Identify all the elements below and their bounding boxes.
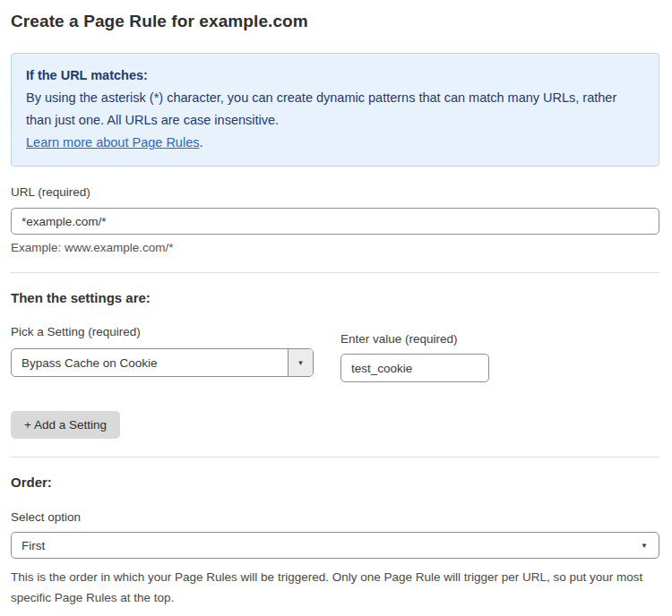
link-suffix: . <box>199 135 202 150</box>
order-heading: Order: <box>11 475 659 490</box>
page-rule-form: Create a Page Rule for example.com If th… <box>0 0 672 616</box>
setting-value-input[interactable] <box>340 354 489 382</box>
setting-value-label: Enter value (required) <box>340 332 489 346</box>
order-select[interactable]: First ▼ <box>11 532 659 559</box>
settings-section: Then the settings are: Pick a Setting (r… <box>11 290 659 439</box>
divider <box>11 272 659 273</box>
info-box-heading: If the URL matches: <box>26 64 644 87</box>
url-field-group: URL (required) Example: www.example.com/… <box>11 185 659 254</box>
setting-dropdown[interactable]: Bypass Cache on Cookie ▼ <box>11 348 314 377</box>
page-title: Create a Page Rule for example.com <box>11 12 659 31</box>
order-select-label: Select option <box>11 510 659 524</box>
setting-dropdown-button[interactable]: ▼ <box>288 349 313 376</box>
order-section: Order: Select option First ▼ This is the… <box>11 475 659 608</box>
info-box-link-line: Learn more about Page Rules. <box>26 132 644 154</box>
settings-row: Pick a Setting (required) Bypass Cache o… <box>11 325 659 382</box>
setting-picker-group: Pick a Setting (required) Bypass Cache o… <box>11 325 314 382</box>
settings-heading: Then the settings are: <box>11 290 659 305</box>
add-setting-button[interactable]: + Add a Setting <box>11 411 120 439</box>
setting-picker-label: Pick a Setting (required) <box>11 325 314 338</box>
setting-value-group: Enter value (required) <box>340 332 489 382</box>
order-select-value: First <box>22 539 45 552</box>
learn-more-link[interactable]: Learn more about Page Rules <box>26 135 199 150</box>
url-input[interactable] <box>11 208 659 235</box>
divider <box>11 457 659 458</box>
url-hint: Example: www.example.com/* <box>11 241 659 254</box>
url-match-info-box: If the URL matches: By using the asteris… <box>11 53 659 167</box>
info-box-body: By using the asterisk (*) character, you… <box>26 87 644 132</box>
chevron-down-icon: ▼ <box>297 359 305 367</box>
chevron-down-icon: ▼ <box>641 542 648 550</box>
order-help-text: This is the order in which your Page Rul… <box>11 567 656 608</box>
url-label: URL (required) <box>11 185 659 199</box>
setting-dropdown-value: Bypass Cache on Cookie <box>12 349 288 376</box>
